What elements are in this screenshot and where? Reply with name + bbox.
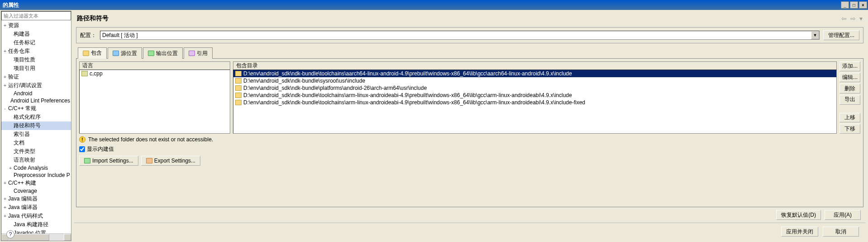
tree-label: Java 编辑器 — [8, 195, 38, 203]
config-label: 配置： — [80, 32, 96, 39]
expand-icon[interactable]: - — [2, 106, 8, 111]
tree-item[interactable]: Preprocessor Include P — [1, 172, 71, 179]
category-tree[interactable]: +资源构建器任务标记+任务仓库项目性质项目引用+验证+运行/调试设置Androi… — [1, 20, 71, 233]
close-button[interactable]: × — [859, 1, 867, 9]
show-builtin-input[interactable] — [79, 146, 85, 152]
filter-input[interactable] — [1, 11, 71, 20]
tree-item[interactable]: Coverage — [1, 187, 71, 195]
tree-label: C/C++ 构建 — [8, 179, 36, 187]
list-item[interactable]: c,cpp — [80, 70, 230, 77]
tree-item[interactable]: 文档 — [1, 139, 71, 147]
tab-label: 源位置 — [121, 50, 137, 57]
expand-icon[interactable]: + — [8, 166, 13, 171]
warning-text: The selected folder does not exist or no… — [88, 136, 213, 143]
tree-label: 文件类型 — [13, 148, 35, 155]
edit-button[interactable]: 编辑... — [840, 73, 860, 83]
import-settings-button[interactable]: Import Settings... — [79, 156, 138, 166]
tree-label: 项目引用 — [13, 65, 35, 72]
list-item[interactable]: D:\env\android_sdk\ndk-bundle\sysroot\us… — [233, 77, 836, 84]
tab[interactable]: 包含 — [78, 47, 107, 59]
folder-icon — [235, 71, 242, 76]
c-file-icon — [81, 71, 88, 76]
tree-item[interactable]: 任务标记 — [1, 38, 71, 47]
tab[interactable]: 引用 — [184, 47, 213, 59]
tab[interactable]: 输出位置 — [143, 47, 183, 59]
nav-menu-icon[interactable]: ▾ — [859, 15, 863, 22]
tree-item[interactable]: +Java 代码样式 — [1, 212, 71, 220]
apply-button[interactable]: 应用(A) — [825, 210, 861, 220]
list-item[interactable]: D:\env\android_sdk\ndk-bundle\platforms\… — [233, 84, 836, 92]
apply-close-button[interactable]: 应用并关闭 — [781, 227, 818, 237]
tree-item[interactable]: +Code Analysis — [1, 164, 71, 172]
add-button[interactable]: 添加... — [840, 61, 860, 71]
tree-label: 资源 — [8, 22, 19, 29]
expand-icon[interactable]: + — [2, 196, 8, 201]
maximize-button[interactable]: □ — [850, 1, 858, 9]
tree-item[interactable]: +任务仓库 — [1, 47, 71, 56]
tree-item[interactable]: Java 构建路径 — [1, 220, 71, 229]
restore-defaults-button[interactable]: 恢复默认值(D) — [776, 210, 821, 220]
tree-label: C/C++ 常规 — [8, 105, 36, 112]
tree-item[interactable]: -C/C++ 常规 — [1, 104, 71, 113]
tree-label: Preprocessor Include P — [13, 172, 70, 178]
nav-fwd-icon[interactable]: ⇨ — [850, 15, 856, 22]
tree-label: Java 编译器 — [8, 204, 38, 211]
list-item[interactable]: D:\env\android_sdk\ndk-bundle\toolchains… — [233, 99, 836, 106]
expand-icon[interactable]: + — [2, 49, 8, 54]
minimize-button[interactable]: _ — [841, 1, 849, 9]
tree-item[interactable]: +资源 — [1, 21, 71, 30]
tree-label: 验证 — [8, 73, 19, 81]
expand-icon[interactable]: + — [2, 214, 8, 219]
include-dirs-header: 包含目录 — [233, 61, 837, 70]
tree-label: 运行/调试设置 — [8, 82, 42, 89]
tree-item[interactable]: +验证 — [1, 73, 71, 81]
list-item[interactable]: D:\env\android_sdk\ndk-bundle\toolchains… — [233, 92, 836, 99]
nav-back-icon[interactable]: ⇦ — [841, 15, 847, 22]
cancel-button[interactable]: 取消 — [823, 227, 859, 237]
page-title: 路径和符号 — [77, 14, 109, 23]
delete-button[interactable]: 删除 — [840, 84, 860, 93]
export-icon — [146, 158, 152, 163]
dir-path: D:\env\android_sdk\ndk-bundle\toolchains… — [243, 99, 585, 106]
tree-item[interactable]: +Java 编译器 — [1, 203, 71, 212]
tree-item[interactable]: 文件类型 — [1, 147, 71, 156]
list-item[interactable]: D:\env\android_sdk\ndk-bundle\toolchains… — [233, 70, 836, 77]
tree-label: Android — [13, 90, 32, 97]
include-dirs-list[interactable]: D:\env\android_sdk\ndk-bundle\toolchains… — [233, 70, 837, 134]
tree-item[interactable]: Android Lint Preferences — [1, 97, 71, 104]
expand-icon[interactable]: + — [2, 205, 8, 210]
tree-item[interactable]: 路径和符号 — [1, 121, 71, 130]
show-builtin-checkbox[interactable]: 显示内建值 — [79, 145, 860, 153]
tree-label: Coverage — [13, 188, 37, 194]
tree-label: 索引器 — [13, 130, 30, 138]
manage-config-button[interactable]: 管理配置... — [823, 30, 859, 40]
move-down-button[interactable]: 下移 — [840, 124, 860, 134]
show-builtin-label: 显示内建值 — [87, 145, 114, 153]
tree-item[interactable]: +Java 编辑器 — [1, 195, 71, 203]
tree-label: 任务标记 — [13, 39, 35, 47]
tree-item[interactable]: 项目性质 — [1, 56, 71, 64]
tree-item[interactable]: Android — [1, 90, 71, 97]
tree-item[interactable]: 索引器 — [1, 130, 71, 139]
tree-item[interactable]: +运行/调试设置 — [1, 81, 71, 90]
tree-item[interactable]: 构建器 — [1, 30, 71, 38]
tree-label: 语言映射 — [13, 156, 35, 164]
expand-icon[interactable]: + — [2, 74, 8, 79]
export-button[interactable]: 导出 — [840, 95, 860, 105]
tab[interactable]: 源位置 — [108, 47, 142, 59]
expand-icon[interactable]: + — [2, 23, 8, 28]
sidebar: +资源构建器任务标记+任务仓库项目性质项目引用+验证+运行/调试设置Androi… — [1, 11, 71, 241]
move-up-button[interactable]: 上移 — [840, 113, 860, 123]
tree-item[interactable]: 项目引用 — [1, 64, 71, 73]
chevron-down-icon[interactable]: ▼ — [811, 31, 819, 39]
language-list[interactable]: c,cpp — [79, 70, 230, 134]
export-settings-button[interactable]: Export Settings... — [141, 156, 200, 166]
help-icon[interactable]: ? — [6, 230, 14, 238]
expand-icon[interactable]: + — [2, 181, 8, 186]
tree-item[interactable]: 语言映射 — [1, 156, 71, 164]
tree-item[interactable]: +C/C++ 构建 — [1, 179, 71, 187]
expand-icon[interactable]: + — [2, 83, 8, 88]
config-select[interactable]: Default [ 活动 ] ▼ — [100, 31, 820, 40]
tree-item[interactable]: 格式化程序 — [1, 113, 71, 121]
dir-path: D:\env\android_sdk\ndk-bundle\toolchains… — [243, 92, 572, 98]
